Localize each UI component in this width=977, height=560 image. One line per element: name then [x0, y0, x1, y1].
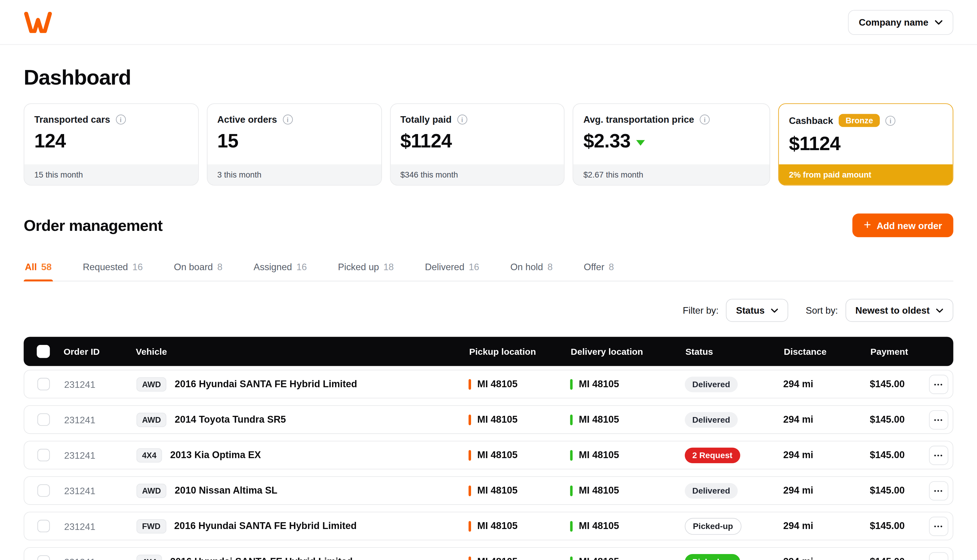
tab-label: On board — [174, 262, 213, 272]
column-payment: Payment — [871, 347, 930, 356]
order-id: 231241 — [64, 414, 130, 425]
stat-card-label: Active orders — [217, 114, 277, 125]
order-id: 231241 — [64, 450, 130, 460]
delivery-location-value: MI 48105 — [579, 450, 619, 461]
table-row: 231241 AWD 2010 Nissan Altima SL MI 4810… — [23, 476, 953, 505]
filter-status-value: Status — [736, 305, 765, 316]
pickup-location: MI 48105 — [468, 450, 570, 461]
delivery-location: MI 48105 — [570, 414, 685, 425]
info-icon[interactable]: i — [283, 114, 293, 124]
stat-card-footer: 3 this month — [207, 165, 381, 185]
more-actions-button[interactable]: ••• — [929, 375, 949, 394]
more-actions-button[interactable]: ••• — [929, 445, 949, 465]
stat-card-footer: 2% from paid amount — [779, 165, 953, 185]
order-tab[interactable]: On board 8 — [172, 255, 224, 281]
main-content: Dashboard Transported cars i 124 15 this… — [0, 65, 977, 560]
column-status: Status — [686, 347, 784, 356]
distance-value: 294 mi — [783, 485, 870, 496]
distance-value: 294 mi — [783, 450, 870, 461]
logo[interactable] — [23, 12, 52, 33]
distance-value: 294 mi — [783, 378, 870, 390]
column-pickup-location: Pickup location — [469, 347, 571, 356]
more-actions-button[interactable]: ••• — [929, 517, 949, 536]
chevron-down-icon — [935, 20, 943, 25]
pickup-location-value: MI 48105 — [477, 378, 518, 390]
filter-status-dropdown[interactable]: Status — [726, 299, 788, 322]
status-badge: Picked-up — [685, 554, 740, 560]
order-tab[interactable]: Requested 16 — [81, 255, 144, 281]
chevron-down-icon — [936, 308, 943, 313]
row-checkbox[interactable] — [37, 520, 50, 532]
table-row: 231241 4X4 2013 Kia Optima EX MI 48105 M… — [23, 441, 953, 470]
more-actions-button[interactable]: ••• — [929, 481, 949, 500]
vehicle-name: 2013 Kia Optima EX — [170, 450, 261, 461]
status-badge: Picked-up — [685, 518, 741, 534]
add-new-order-button[interactable]: + Add new order — [853, 213, 954, 237]
delivery-location-value: MI 48105 — [579, 414, 619, 425]
stat-card: Avg. transportation price i $2.33 $2.67 … — [573, 103, 770, 185]
add-new-order-label: Add new order — [877, 220, 942, 231]
drivetrain-badge: AWD — [137, 377, 167, 391]
order-tab[interactable]: Assigned 16 — [252, 255, 308, 281]
info-icon[interactable]: i — [885, 115, 895, 125]
order-tab[interactable]: All 58 — [23, 255, 53, 281]
app-header: Company name — [0, 0, 977, 45]
order-tab[interactable]: Offer 8 — [582, 255, 616, 281]
pickup-location: MI 48105 — [468, 520, 570, 532]
drivetrain-badge: AWD — [137, 413, 167, 427]
column-distance: Disctance — [784, 347, 870, 356]
order-tab[interactable]: On hold 8 — [509, 255, 554, 281]
tab-count: 58 — [41, 262, 52, 272]
pickup-bar-icon — [468, 450, 471, 460]
stat-card-value: $1124 — [400, 130, 452, 153]
orders-table: Order ID Vehicle Pickup location Deliver… — [23, 337, 953, 560]
select-all-checkbox[interactable] — [37, 345, 50, 358]
order-id: 231241 — [64, 485, 130, 496]
order-management-header: Order management + Add new order — [23, 213, 953, 238]
more-actions-button[interactable]: ••• — [929, 552, 949, 560]
filter-by-label: Filter by: — [683, 305, 719, 316]
row-checkbox[interactable] — [37, 484, 50, 497]
table-row: 231241 FWD 2016 Hyundai SANTA FE Hybrid … — [23, 512, 953, 540]
delivery-bar-icon — [570, 414, 572, 425]
stat-cards: Transported cars i 124 15 this month Act… — [23, 103, 953, 185]
tab-count: 16 — [296, 262, 307, 272]
tab-count: 16 — [132, 262, 143, 272]
delivery-location: MI 48105 — [570, 485, 685, 496]
row-checkbox[interactable] — [37, 555, 50, 560]
order-tab[interactable]: Picked up 18 — [336, 255, 395, 281]
vehicle-name: 2014 Toyota Tundra SR5 — [175, 414, 286, 425]
page-title: Dashboard — [23, 65, 953, 90]
info-icon[interactable]: i — [116, 114, 125, 124]
plus-icon: + — [864, 218, 871, 231]
info-icon[interactable]: i — [700, 114, 709, 124]
delivery-location: MI 48105 — [570, 556, 685, 560]
tab-label: Requested — [83, 262, 128, 272]
section-title: Order management — [23, 213, 162, 238]
stat-card: Active orders i 15 3 this month — [207, 103, 381, 185]
pickup-location-value: MI 48105 — [477, 450, 518, 461]
sort-dropdown[interactable]: Newest to oldest — [845, 299, 954, 322]
chevron-down-icon — [771, 308, 778, 313]
pickup-location: MI 48105 — [468, 378, 570, 390]
pickup-bar-icon — [468, 414, 471, 425]
distance-value: 294 mi — [783, 414, 870, 425]
info-icon[interactable]: i — [457, 114, 467, 124]
status-badge: Delivered — [685, 376, 738, 392]
table-body: 231241 AWD 2016 Hyundai SANTA FE Hybrid … — [23, 370, 953, 560]
stat-card-footer: $2.67 this month — [573, 165, 770, 185]
delivery-location-value: MI 48105 — [579, 378, 619, 390]
row-checkbox[interactable] — [37, 449, 50, 462]
more-actions-button[interactable]: ••• — [929, 410, 949, 429]
drivetrain-badge: AWD — [137, 483, 167, 498]
pickup-bar-icon — [468, 379, 471, 390]
distance-value: 294 mi — [783, 556, 870, 560]
tab-label: All — [25, 262, 37, 272]
order-tab[interactable]: Delivered 16 — [424, 255, 480, 281]
company-selector[interactable]: Company name — [848, 10, 954, 35]
row-checkbox[interactable] — [37, 378, 50, 390]
row-checkbox[interactable] — [37, 413, 50, 426]
tab-count: 16 — [468, 262, 479, 272]
drivetrain-badge: 4X4 — [137, 448, 162, 462]
delivery-location: MI 48105 — [570, 378, 685, 390]
